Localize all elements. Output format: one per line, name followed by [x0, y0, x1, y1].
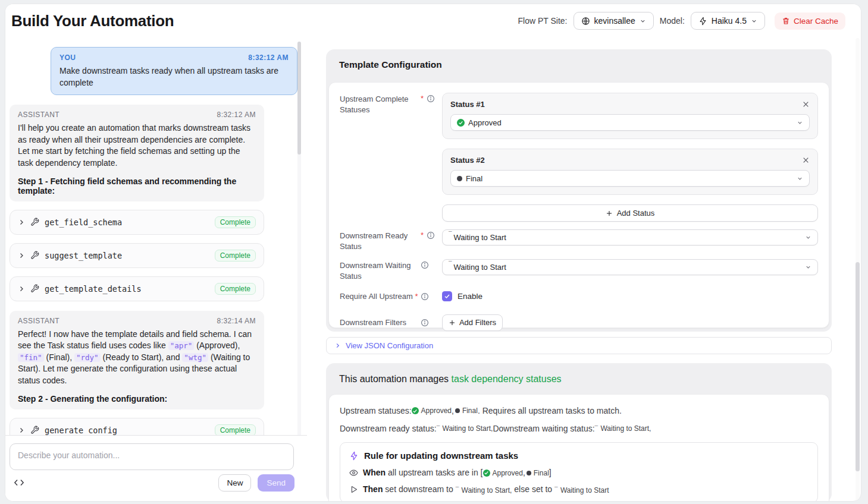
downstream-waiting-status-label: Downstream Waiting Status: [340, 259, 421, 281]
tool-name: generate_config: [45, 426, 117, 435]
send-button[interactable]: Send: [258, 474, 294, 492]
close-icon[interactable]: [802, 100, 810, 108]
right-panel-scrollbar[interactable]: [856, 38, 860, 502]
tool-name: suggest_template: [45, 251, 122, 260]
assistant-message-text: I'll help you create an automation that …: [18, 122, 256, 169]
chat-panel: YOU 8:32:12 AM Make downstream tasks rea…: [5, 39, 307, 501]
waiting-chip: ¯ Waiting to Start,: [595, 424, 651, 433]
site-value: kevinsallee: [594, 16, 635, 26]
approved-check-icon: [457, 119, 465, 127]
tool-call-get-field-schema[interactable]: get_field_schema Complete: [10, 210, 264, 235]
tool-call-get-template-details[interactable]: get_template_details Complete: [10, 276, 264, 301]
assistant-timestamp: 8:32:14 AM: [217, 317, 256, 325]
tool-name: get_template_details: [45, 284, 142, 294]
require-all-upstream-label: Require All Upstream *: [340, 291, 421, 302]
template-configuration-title: Template Configuration: [339, 59, 442, 70]
tool-call-generate-config[interactable]: generate_config Complete: [10, 418, 264, 435]
required-asterisk: *: [415, 292, 418, 301]
info-icon[interactable]: [421, 261, 429, 269]
assistant-role-label: ASSISTANT: [18, 317, 59, 325]
info-icon[interactable]: [421, 319, 429, 327]
wrench-icon: [30, 218, 39, 226]
rule-when-line: When all upstream tasks are in [Approved…: [349, 468, 809, 477]
downstream-statuses-line: Downstream ready status: ¯ Waiting to St…: [340, 424, 818, 433]
tool-call-suggest-template[interactable]: suggest_template Complete: [10, 243, 264, 268]
header-controls: Flow PT Site: kevinsallee Model: Haiku 4…: [518, 12, 846, 30]
chevron-down-icon: [797, 119, 803, 126]
view-json-configuration-toggle[interactable]: View JSON Configuration: [326, 337, 832, 354]
globe-icon: [581, 17, 590, 26]
code-view-icon[interactable]: [14, 477, 24, 488]
status-glyph: ¯: [449, 260, 452, 269]
rule-then-line: Then set downstream to ¯ Waiting to Star…: [349, 484, 809, 494]
site-dropdown[interactable]: kevinsallee: [574, 12, 654, 30]
clear-cache-button[interactable]: Clear Cache: [775, 12, 845, 30]
chevron-right-icon: [18, 427, 25, 434]
waiting-chip: ¯ Waiting to Start: [554, 486, 609, 494]
status-2-select[interactable]: Final: [450, 170, 810, 187]
downstream-ready-status-select[interactable]: ¯ Waiting to Start: [442, 229, 818, 245]
automation-input[interactable]: [10, 443, 294, 470]
step-heading: Step 1 - Fetching field schemas and reco…: [18, 177, 256, 196]
require-all-upstream-checkbox[interactable]: [442, 291, 452, 301]
info-icon[interactable]: [421, 292, 429, 301]
site-label: Flow PT Site:: [518, 16, 568, 26]
chat-scrollbar[interactable]: [297, 42, 301, 443]
info-icon[interactable]: [427, 231, 435, 240]
add-status-button[interactable]: Add Status: [442, 204, 818, 222]
code-wtg: "wtg": [182, 353, 208, 362]
final-chip: Final: [454, 407, 478, 415]
final-dot-icon: [527, 471, 531, 475]
approved-chip: Approved: [483, 469, 523, 477]
final-chip: Final: [525, 469, 549, 477]
status-badge: Complete: [215, 216, 256, 228]
composer: New Send: [5, 435, 307, 501]
enable-label: Enable: [457, 292, 482, 301]
status-1-value: Approved: [468, 118, 502, 127]
chevron-down-icon: [751, 18, 757, 24]
status-badge: Complete: [215, 424, 256, 435]
required-asterisk: *: [421, 94, 424, 102]
assistant-message: ASSISTANT 8:32:12 AM I'll help you creat…: [10, 105, 264, 201]
close-icon[interactable]: [802, 156, 810, 164]
final-dot-icon: [457, 176, 462, 181]
user-timestamp: 8:32:12 AM: [248, 53, 289, 62]
info-icon[interactable]: [427, 94, 435, 103]
configuration-form: Upstream Complete Statuses * Status #1: [328, 82, 829, 328]
assistant-message-text: Perfect! I now have the template details…: [18, 329, 256, 387]
status-1-select[interactable]: Approved: [450, 114, 810, 131]
page-title: Build Your Automation: [11, 12, 174, 30]
chevron-right-icon: [18, 219, 25, 226]
automation-summary-card: This automation manages task dependency …: [326, 363, 832, 502]
rule-title: Rule for updating downstream tasks: [364, 451, 518, 461]
final-dot-icon: [455, 408, 460, 413]
status-1-title: Status #1: [450, 100, 485, 109]
model-value: Haiku 4.5: [712, 16, 747, 26]
waiting-chip: ¯ Waiting to Start,: [456, 486, 512, 494]
downstream-waiting-status-value: Waiting to Start: [454, 263, 506, 272]
right-panel-scrollbar-thumb[interactable]: [856, 262, 860, 471]
assistant-role-label: ASSISTANT: [18, 111, 59, 119]
view-json-configuration-label: View JSON Configuration: [346, 341, 433, 350]
plus-icon: [606, 210, 613, 217]
new-button[interactable]: New: [218, 474, 251, 492]
clear-cache-label: Clear Cache: [794, 17, 838, 26]
chevron-right-icon: [18, 252, 25, 259]
summary-heading-highlight: task dependency statuses: [452, 374, 562, 384]
model-dropdown[interactable]: Haiku 4.5: [691, 12, 765, 30]
chevron-right-icon: [334, 342, 341, 349]
rule-card: Rule for updating downstream tasks When …: [340, 442, 818, 502]
chat-messages[interactable]: YOU 8:32:12 AM Make downstream tasks rea…: [10, 41, 297, 435]
chevron-right-icon: [18, 285, 25, 292]
downstream-ready-status-label: Downstream Ready Status: [340, 229, 421, 251]
add-status-label: Add Status: [617, 209, 655, 218]
add-filters-button[interactable]: Add Filters: [442, 314, 503, 331]
chat-scrollbar-thumb[interactable]: [297, 42, 301, 155]
status-2-title: Status #2: [450, 156, 485, 165]
wrench-icon: [30, 284, 39, 293]
status-badge: Complete: [215, 283, 256, 295]
play-icon: [349, 485, 358, 494]
downstream-waiting-status-select[interactable]: ¯ Waiting to Start: [442, 259, 818, 275]
summary-heading: This automation manages task dependency …: [339, 374, 562, 385]
chevron-down-icon: [805, 234, 811, 241]
